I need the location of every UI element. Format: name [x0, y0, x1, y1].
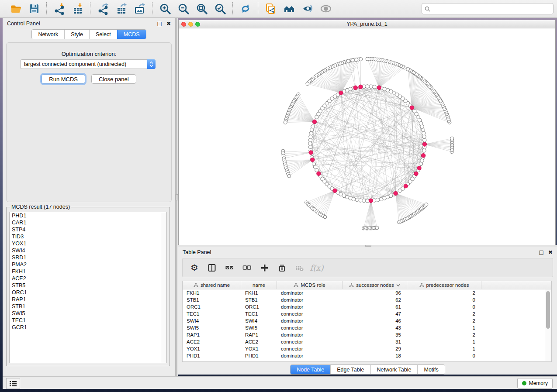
column-type-icon: [294, 283, 298, 288]
import-table-icon: [72, 3, 84, 15]
table-row[interactable]: FKH1FKH1dominator962: [183, 289, 551, 296]
zoom-fit-button[interactable]: [194, 2, 210, 16]
table-cell: RAP1: [241, 332, 277, 337]
export-table-button[interactable]: [114, 2, 129, 16]
table-row[interactable]: ACE2ACE2connector311: [183, 338, 551, 345]
table-row[interactable]: PHD1PHD1dominator180: [183, 352, 551, 359]
import-network-button[interactable]: [52, 2, 67, 16]
mcds-result-item[interactable]: TEC1: [10, 317, 166, 324]
mcds-result-item[interactable]: STB5: [10, 282, 166, 289]
mcds-result-item[interactable]: SRD1: [10, 254, 166, 261]
tab-network-table[interactable]: Network Table: [370, 365, 418, 374]
function-icon: f(x): [310, 263, 324, 272]
table-row[interactable]: ORC1ORC1dominator610: [183, 303, 551, 310]
close-panel-icon[interactable]: ✖: [548, 250, 553, 255]
tab-network[interactable]: Network: [32, 30, 64, 39]
table-cell: YOX1: [183, 346, 241, 351]
column-type-icon: [419, 283, 424, 288]
zoom-in-button[interactable]: [157, 2, 173, 16]
table-scrollbar[interactable]: [545, 289, 551, 361]
mcds-result-item[interactable]: SWI4: [10, 247, 166, 254]
column-label: shared name: [201, 282, 230, 288]
column-header-shared-name[interactable]: shared name: [183, 281, 241, 289]
table-row[interactable]: SWI5SWI5connector431: [183, 324, 551, 331]
table-row[interactable]: RAP1RAP1dominator352: [183, 331, 551, 338]
save-button[interactable]: [26, 2, 42, 16]
clone-network-icon: [265, 3, 277, 15]
show-graphics-details-button[interactable]: [318, 2, 334, 16]
float-panel-icon[interactable]: □: [157, 21, 162, 26]
tab-style[interactable]: Style: [64, 30, 89, 39]
export-image-button[interactable]: [132, 2, 148, 16]
scrollbar-thumb[interactable]: [546, 291, 550, 329]
run-mcds-button[interactable]: Run MCDS: [42, 74, 85, 84]
mcds-result-item[interactable]: ORC1: [10, 289, 166, 296]
table-row[interactable]: TEC1TEC1connector472: [183, 310, 551, 317]
mcds-result-item[interactable]: SWI5: [10, 310, 166, 317]
mcds-result-item[interactable]: GCR1: [10, 324, 166, 331]
gear-icon: ⚙: [190, 263, 198, 272]
control-panel-titlebar: Control Panel □ ✖: [3, 18, 175, 29]
import-table-button[interactable]: [70, 2, 86, 16]
delete-column-button: [293, 261, 306, 274]
zoom-fit-icon: [196, 3, 208, 15]
open-button[interactable]: [8, 2, 24, 16]
zoom-selected-button[interactable]: [212, 2, 228, 16]
search-box[interactable]: [422, 3, 554, 14]
search-input[interactable]: [432, 5, 550, 12]
zoom-out-button[interactable]: [176, 2, 191, 16]
mcds-result-item[interactable]: YOX1: [10, 240, 166, 247]
node-table-header: shared namenameMCDS rolesuccessor nodesp…: [183, 281, 551, 289]
mcds-result-item[interactable]: PMA2: [10, 261, 166, 268]
column-header-successor-nodes[interactable]: successor nodes: [343, 281, 407, 289]
table-cell: 62: [343, 297, 407, 303]
float-panel-icon[interactable]: □: [539, 250, 544, 255]
column-header-name[interactable]: name: [241, 281, 277, 289]
mcds-result-list[interactable]: PHD1CAR1STP4TID3YOX1SWI4SRD1PMA2FKH1ACE2…: [9, 212, 167, 363]
optimization-dropdown[interactable]: largest connected component (undirected): [20, 59, 156, 69]
tab-edge-table[interactable]: Edge Table: [330, 365, 370, 374]
binoculars-button[interactable]: [281, 2, 297, 16]
tab-motifs[interactable]: Motifs: [417, 365, 444, 374]
table-panel-title: Table Panel: [183, 249, 539, 255]
network-window-titlebar[interactable]: YPA_prune.txt_1: [179, 20, 555, 28]
table-cell: SWI4: [183, 318, 241, 323]
tab-node-table[interactable]: Node Table: [291, 365, 330, 374]
panel-list-button[interactable]: [6, 378, 20, 389]
mcds-result-item[interactable]: STP4: [10, 226, 166, 233]
columns-button[interactable]: [205, 261, 218, 274]
table-row[interactable]: SWI4SWI4dominator462: [183, 317, 551, 324]
add-row-button[interactable]: [258, 261, 271, 274]
mcds-result-item[interactable]: TID3: [10, 233, 166, 240]
column-header-MCDS-role[interactable]: MCDS role: [277, 281, 343, 289]
network-graph[interactable]: [179, 28, 555, 245]
clone-network-button[interactable]: [263, 2, 279, 16]
mcds-result-item[interactable]: FKH1: [10, 268, 166, 275]
refresh-button[interactable]: [238, 2, 253, 16]
hide-graphics-details-button[interactable]: [300, 2, 315, 16]
table-row[interactable]: STB1STB1dominator620: [183, 296, 551, 303]
tab-select[interactable]: Select: [89, 30, 117, 39]
deselect-all-button[interactable]: [240, 261, 253, 274]
table-row[interactable]: YOX1YOX1connector291: [183, 345, 551, 352]
tab-mcds[interactable]: MCDS: [117, 30, 146, 39]
zoom-selected-icon: [214, 3, 226, 15]
close-panel-button[interactable]: Close panel: [91, 74, 136, 84]
select-all-button[interactable]: [223, 261, 236, 274]
mcds-result-item[interactable]: ACE2: [10, 275, 166, 282]
column-header-predecessor-nodes[interactable]: predecessor nodes: [407, 281, 481, 289]
deselect-all-icon: [242, 263, 252, 272]
settings-button[interactable]: ⚙: [188, 261, 201, 274]
export-network-button[interactable]: [95, 2, 111, 16]
table-cell: 2: [407, 290, 481, 296]
mcds-result-item[interactable]: STB1: [10, 303, 166, 310]
memory-button[interactable]: Memory: [517, 378, 553, 389]
mcds-result-title: MCDS result (17 nodes): [10, 204, 71, 210]
mcds-result-item[interactable]: CAR1: [10, 219, 166, 226]
delete-row-button[interactable]: [275, 261, 288, 274]
import-network-icon: [53, 3, 66, 15]
close-panel-icon[interactable]: ✖: [166, 21, 171, 26]
mcds-result-item[interactable]: RAP1: [10, 296, 166, 303]
mcds-result-item[interactable]: PHD1: [10, 212, 166, 219]
mcds-list-scrollbar[interactable]: [161, 212, 166, 363]
